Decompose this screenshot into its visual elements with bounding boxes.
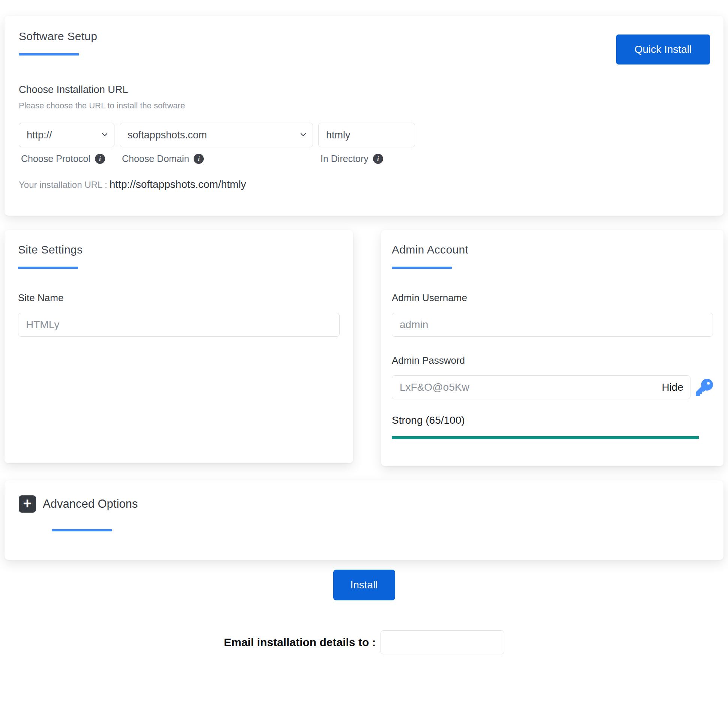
site-settings-title: Site Settings — [18, 243, 340, 256]
admin-password-label: Admin Password — [392, 355, 713, 366]
advanced-options-card: + Advanced Options — [5, 480, 723, 560]
quick-install-button[interactable]: Quick Install — [616, 34, 710, 64]
title-underline — [392, 267, 452, 269]
domain-select-wrap: softappshots.com — [120, 123, 313, 147]
email-details-label: Email installation details to : — [224, 636, 376, 649]
install-button[interactable]: Install — [333, 570, 395, 600]
advanced-options-toggle[interactable]: + Advanced Options — [19, 495, 709, 513]
protocol-select-wrap: http:// — [19, 123, 114, 147]
admin-username-input[interactable] — [392, 313, 713, 337]
directory-input[interactable] — [318, 123, 415, 147]
site-name-input[interactable] — [18, 313, 340, 337]
password-strength-bar-fill — [392, 436, 699, 439]
choose-domain-label: Choose Domain — [122, 153, 189, 164]
software-setup-title: Software Setup — [19, 30, 97, 43]
admin-username-label: Admin Username — [392, 292, 713, 304]
info-icon[interactable]: i — [373, 154, 383, 164]
info-icon[interactable]: i — [194, 154, 204, 164]
plus-icon[interactable]: + — [19, 495, 36, 513]
key-icon[interactable] — [696, 379, 713, 396]
choose-installation-url-heading: Choose Installation URL — [19, 84, 709, 96]
title-underline — [19, 53, 79, 56]
installation-url-value: http://softappshots.com/htmly — [110, 178, 246, 190]
domain-select[interactable]: softappshots.com — [120, 123, 313, 147]
info-icon[interactable]: i — [95, 154, 105, 164]
password-strength-bar — [392, 436, 699, 439]
choose-protocol-label: Choose Protocol — [21, 153, 90, 164]
advanced-options-title: Advanced Options — [43, 497, 138, 511]
protocol-select[interactable]: http:// — [19, 123, 114, 147]
email-details-input[interactable] — [381, 630, 504, 654]
admin-account-card: Admin Account Admin Username Admin Passw… — [381, 230, 723, 466]
software-setup-card: Software Setup Quick Install Choose Inst… — [5, 16, 723, 216]
password-strength-text: Strong (65/100) — [392, 414, 713, 426]
choose-installation-url-subtext: Please choose the URL to install the sof… — [19, 101, 709, 111]
admin-password-input[interactable] — [392, 381, 662, 393]
in-directory-label: In Directory — [320, 153, 369, 164]
admin-account-title: Admin Account — [392, 243, 713, 256]
admin-password-field: Hide — [392, 375, 690, 399]
site-name-label: Site Name — [18, 292, 340, 304]
title-underline — [18, 267, 78, 269]
hide-password-toggle[interactable]: Hide — [662, 381, 683, 393]
installation-url-label: Your installation URL : — [19, 180, 107, 190]
site-settings-card: Site Settings Site Name — [5, 230, 353, 463]
title-underline — [52, 529, 112, 531]
